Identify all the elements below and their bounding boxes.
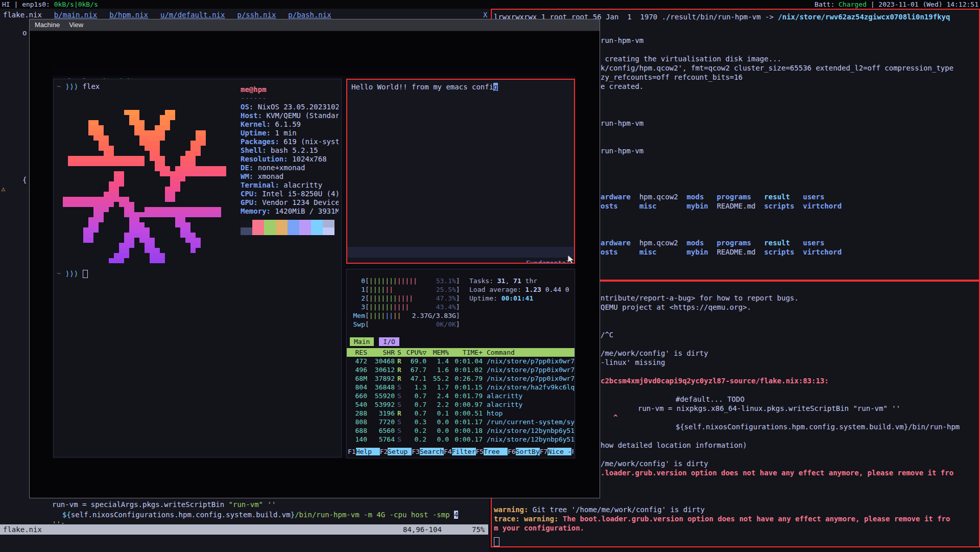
- terminal-line: ${self.nixosConfigurations.hpm.config.sy…: [62, 511, 458, 519]
- emacs-window[interactable]: Hello World!! from my emacs config Funda…: [346, 79, 575, 264]
- htop-fkey-F1[interactable]: F1: [348, 448, 356, 455]
- emacs-major-mode: Fundamental: [526, 258, 570, 264]
- htop-screen-tabs: MainI/O: [350, 337, 404, 346]
- terminal-line: trace: warning: The boot.loader.grub.ver…: [494, 515, 950, 523]
- terminal-line: run-hpm-vm: [601, 36, 643, 45]
- terminal-line: ${self.nixosConfigurations.hpm.config.sy…: [676, 423, 960, 431]
- htop-column-5[interactable]: TIME+: [449, 348, 483, 357]
- vim-statusline-scroll-percent: 75%: [472, 524, 485, 535]
- qemu-menu-machine[interactable]: Machine: [35, 19, 60, 31]
- htop-meter-Mem: Mem[||||||||2.37G/3.83G]: [350, 311, 460, 320]
- emacs-buffer-text: Hello World!! from my emacs config: [347, 80, 574, 94]
- terminal-line: e created.: [601, 82, 643, 91]
- terminal-line: c2bcsm4xmj0vd0capi9q2yc0yzl87-source/fla…: [601, 377, 829, 385]
- mouse-cursor: [567, 255, 576, 265]
- terminal-color-palette: [241, 220, 339, 227]
- qemu-menu-view[interactable]: View: [69, 19, 83, 31]
- terminal-line: warning: Git tree '/home/me/work/config'…: [494, 505, 705, 514]
- htop-stat-line: Tasks: 31, 71 thr: [469, 277, 571, 285]
- htop-meter-0: 0[||||||||||||53.1%]: [350, 277, 460, 285]
- terminal-line: .loader.grub.version option does not hav…: [601, 469, 953, 477]
- htop-process-row: 66055920S0.72.40:01.79alacritty: [347, 392, 575, 400]
- htop-tab-main[interactable]: Main: [350, 337, 374, 346]
- neofetch-entry: Host: KVM/QEMU (Standard: [241, 111, 339, 120]
- htop-column-2[interactable]: S: [395, 348, 404, 357]
- htop-process-list: 47230468R69.01.40:01.04/nix/store/p7pp0i…: [347, 357, 575, 444]
- htop-column-3[interactable]: CPU%▽: [404, 348, 426, 357]
- terminal-line: QEMU project at <https://qemu.org>.: [601, 303, 751, 312]
- neofetch-entry: Kernel: 6.1.59: [241, 120, 339, 129]
- htop-column-0[interactable]: RES: [347, 348, 367, 357]
- terminal-line: ardware hpm.qcow2 mods programs result u…: [601, 239, 824, 247]
- nixos-logo: [58, 100, 231, 268]
- neofetch-entry: WM: xmonad: [241, 172, 339, 181]
- terminal-line: osts misc mybin README.md scripts virtch…: [601, 248, 842, 257]
- htop-column-1[interactable]: SHR: [367, 348, 395, 357]
- htop-stat-line: Load average: 1.23 0.44 0: [469, 285, 571, 294]
- htop-fkey-label-F6[interactable]: SortBy: [516, 448, 540, 455]
- terminal-line: -linux' missing: [601, 358, 665, 367]
- neofetch-entry: Resolution: 1024x768: [241, 155, 339, 164]
- htop-column-header[interactable]: RESSHRSCPU%▽MEM%TIME+Command: [347, 348, 575, 357]
- terminal-line: ardware hpm.qcow2 mods programs result u…: [601, 193, 824, 201]
- shell-prompt-flex: ~ ⟩⟩⟩ flex: [57, 82, 100, 91]
- htop-stats: Tasks: 31, 71 thrLoad average: 1.23 0.44…: [469, 277, 571, 303]
- shell-prompt: ~ ⟩⟩⟩: [57, 269, 88, 278]
- vim-statusline-cursor-position: 84,96-104: [403, 524, 442, 535]
- terminal-line: k/config/hpm.qcow2', fmt=qcow2 cluster_s…: [601, 64, 953, 73]
- htop-meter-Swp: Swp[0K/0K]: [350, 320, 460, 329]
- htop-fkey-F7[interactable]: F7: [540, 448, 548, 455]
- vim-statusline: flake.nix 84,96-104 75%: [0, 524, 488, 535]
- emacs-text: Hello World!! from my emacs confi: [351, 83, 493, 91]
- htop-meter-1: 1[||||||25.5%]: [350, 285, 460, 294]
- htop-fkey-F8[interactable]: F8: [571, 448, 573, 455]
- vm-status-bar: HI | eth0: 0kB/s|0kB/s Batt: Charged | 2…: [53, 66, 576, 76]
- htop-function-key-bar: F1Help F2Setup F3SearchF4FilterF5Tree F6…: [348, 447, 573, 456]
- qemu-window[interactable]: MachineView HI | eth0: 0kB/s|0kB/s Batt:…: [29, 19, 600, 498]
- vm-terminal-window[interactable]: ~ ⟩⟩⟩ flex me@hpm------OS: NixOS 23.05.2…: [53, 79, 342, 457]
- terminal-line: /me/work/config' is dirty: [601, 459, 708, 468]
- terminal-line: /^C: [601, 331, 613, 339]
- htop-fkey-label-F4[interactable]: Filter: [452, 448, 476, 455]
- neofetch-info: me@hpm------OS: NixOS 23.05.20231023Host…: [241, 85, 339, 235]
- terminal-line: zy_refcounts=off refcount_bits=16: [601, 73, 743, 82]
- htop-cpu-memory-meters: 0[||||||||||||53.1%]1[||||||25.5%]2[||||…: [350, 277, 460, 329]
- desktop: HI | enp1s0: 0kB/s|0kB/s Batt: Charged |…: [0, 0, 980, 552]
- emacs-cursor: g: [493, 83, 497, 91]
- neofetch-entry: Packages: 619 (nix-syste: [241, 137, 339, 146]
- htop-fkey-label-F2[interactable]: Setup: [388, 448, 412, 455]
- neofetch-entry: Memory: 1420MiB / 3931Mi: [241, 207, 339, 216]
- htop-process-row: 47230468R69.01.40:01.04/nix/store/p7pp0i…: [347, 357, 575, 365]
- htop-fkey-label-F5[interactable]: Tree: [484, 448, 508, 455]
- neofetch-entry: GPU: Vendor 1234 Device: [241, 198, 339, 207]
- htop-fkey-F2[interactable]: F2: [380, 448, 388, 455]
- htop-process-row: 80436848S1.31.70:01.15/nix/store/ha2fv9k…: [347, 383, 575, 392]
- host-network-status: HI | enp1s0: 0kB/s|0kB/s: [2, 0, 98, 9]
- htop-tab-io[interactable]: I/O: [379, 337, 399, 346]
- terminal-line: run-hpm-vm: [601, 119, 643, 128]
- htop-fkey-label-F3[interactable]: Search: [420, 448, 444, 455]
- neofetch-entry: CPU: Intel i5-8250U (4): [241, 190, 339, 198]
- htop-fkey-F4[interactable]: F4: [444, 448, 452, 455]
- terminal-line: ^: [613, 413, 617, 422]
- neofetch-entry: Shell: bash 5.2.15: [241, 146, 339, 155]
- htop-process-row: 2883196R0.70.10:00.51htop: [347, 409, 575, 418]
- htop-fkey-F6[interactable]: F6: [508, 448, 516, 455]
- neofetch-entry: Uptime: 1 min: [241, 129, 339, 137]
- terminal-line: how detailed location information): [601, 441, 747, 450]
- terminal-line: osts misc mybin README.md scripts virtch…: [601, 202, 842, 211]
- terminal-line: run-hpm-vm: [601, 147, 643, 155]
- terminal-color-palette: [241, 227, 339, 235]
- htop-column-4[interactable]: MEM%: [426, 348, 449, 357]
- host-status-bar: HI | enp1s0: 0kB/s|0kB/s Batt: Charged |…: [0, 0, 980, 9]
- htop-fkey-F3[interactable]: F3: [412, 448, 420, 455]
- vim-statusline-filename: flake.nix: [3, 524, 42, 535]
- terminal-cursor: [494, 537, 499, 546]
- htop-fkey-F5[interactable]: F5: [476, 448, 484, 455]
- htop-window[interactable]: 0[||||||||||||53.1%]1[||||||25.5%]2[||||…: [346, 269, 575, 458]
- htop-fkey-label-F1[interactable]: Help: [356, 448, 380, 455]
- vm-display[interactable]: HI | eth0: 0kB/s|0kB/s Batt: Charged | 2…: [53, 66, 576, 458]
- htop-column-6[interactable]: Command: [483, 348, 515, 357]
- htop-fkey-label-F7[interactable]: Nice -: [547, 448, 571, 455]
- terminal-line: creating the virtualisation disk image..…: [601, 55, 781, 63]
